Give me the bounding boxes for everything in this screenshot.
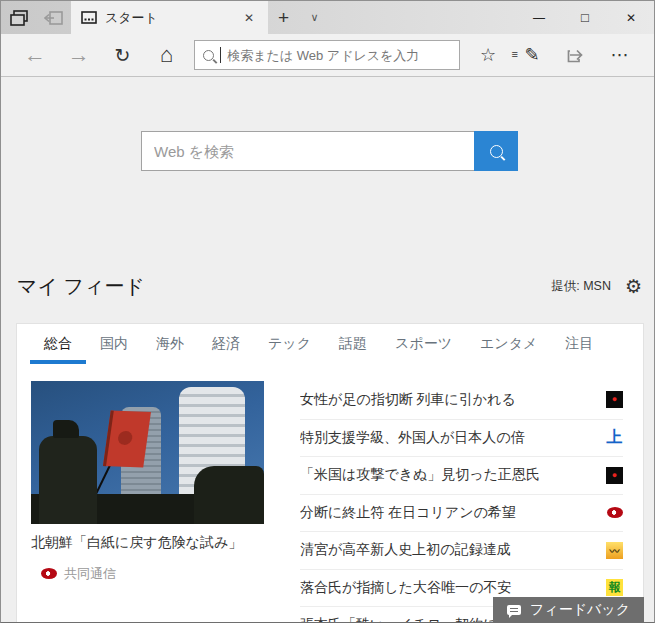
news-item[interactable]: 「米国は攻撃できぬ」見切った正恩氏● [300, 456, 623, 494]
window-minimize-button[interactable]: — [516, 1, 562, 34]
address-bar[interactable] [194, 40, 460, 70]
soldier-illustration [39, 436, 97, 524]
news-item[interactable]: 清宮が高卒新人史上初の記録達成〰 [300, 531, 623, 569]
feed-body: 北朝鮮「白紙に戻す危険な試み」 共同通信 女性が足の指切断 列車に引かれる●特別… [17, 364, 643, 623]
news-item[interactable]: 分断に終止符 在日コリアンの希望 [300, 494, 623, 532]
feed-tab-9[interactable]: 注目 [551, 324, 607, 364]
new-tab-button[interactable]: + [268, 1, 299, 34]
feed-tab-6[interactable]: 話題 [325, 324, 381, 364]
nikkan-sports-logo-icon: 〰 [606, 542, 623, 559]
news-item[interactable]: 特別支援学級、外国人が日本人の倍上 [300, 419, 623, 457]
text-caret [220, 47, 221, 63]
share-icon [567, 47, 585, 63]
window-close-button[interactable]: ✕ [608, 1, 654, 34]
search-icon [490, 145, 503, 158]
titlebar-drag-area [330, 1, 516, 34]
hub-favorites-button[interactable]: ☆≡ [466, 44, 510, 66]
refresh-button[interactable]: ↻ [101, 44, 145, 67]
web-search-button[interactable] [474, 131, 518, 171]
feed-tab-2[interactable]: 国内 [86, 324, 142, 364]
set-aside-tabs-button[interactable] [36, 1, 71, 34]
set-aside-tabs-icon [44, 11, 63, 25]
settings-more-button[interactable]: ⋯ [598, 44, 642, 66]
feed-tabs: 総合国内海外経済テック話題スポーツエンタメ注目 [17, 324, 643, 364]
feed-header: マイ フィード 提供: MSN ⚙ [17, 273, 642, 300]
news-headline: 分断に終止符 在日コリアンの希望 [300, 504, 597, 522]
flag-illustration [103, 411, 151, 468]
kyodo-news-logo-icon [41, 568, 57, 579]
feed-settings-gear-icon[interactable]: ⚙ [625, 277, 642, 296]
lead-story-source: 共同通信 [31, 565, 264, 583]
feedback-button[interactable]: フィードバック [493, 597, 644, 622]
feed-tab-5[interactable]: テック [254, 324, 325, 364]
news-headline: 「米国は攻撃できぬ」見切った正恩氏 [300, 466, 596, 484]
feed-tab-7[interactable]: スポーツ [381, 324, 466, 364]
forward-button[interactable]: → [57, 42, 101, 68]
tab-preview-button[interactable] [1, 1, 36, 34]
feedback-label: フィードバック [530, 601, 630, 619]
black-red-dot-logo-icon: ● [606, 467, 623, 484]
home-button[interactable]: ⌂ [144, 42, 188, 68]
navigation-toolbar: ← → ↻ ⌂ ☆≡ ✎ ⋯ [1, 34, 654, 77]
news-headline: 清宮が高卒新人史上初の記録達成 [300, 541, 596, 559]
web-search-box [141, 131, 518, 171]
feed-tab-8[interactable]: エンタメ [466, 324, 551, 364]
toolbar-right-group: ☆≡ ✎ ⋯ [466, 44, 642, 66]
feed-tab-1[interactable]: 総合 [30, 324, 86, 364]
kyodo-news-logo-icon [607, 507, 623, 518]
feed-tab-3[interactable]: 海外 [142, 324, 198, 364]
tab-list-dropdown-button[interactable]: ∨ [299, 1, 330, 34]
start-page-favicon [81, 11, 97, 24]
black-red-dot-logo-icon: ● [606, 391, 623, 408]
feed-provider-label: 提供: MSN [551, 278, 611, 295]
news-headline: 特別支援学級、外国人が日本人の倍 [300, 429, 596, 447]
news-list: 女性が足の指切断 列車に引かれる●特別支援学級、外国人が日本人の倍上「米国は攻撃… [300, 381, 623, 623]
speech-bubble-icon [507, 605, 521, 615]
start-page: マイ フィード 提供: MSN ⚙ 総合国内海外経済テック話題スポーツエンタメ注… [1, 77, 654, 623]
news-headline: 落合氏が指摘した大谷唯一の不安 [300, 579, 596, 597]
lead-story[interactable]: 北朝鮮「白紙に戻す危険な試み」 共同通信 [31, 381, 264, 623]
hochi-logo-icon: 報 [606, 579, 623, 596]
news-item[interactable]: 女性が足の指切断 列車に引かれる● [300, 381, 623, 419]
lead-story-headline[interactable]: 北朝鮮「白紙に戻す危険な試み」 [31, 533, 264, 552]
back-button[interactable]: ← [13, 42, 57, 68]
search-icon [203, 50, 214, 61]
web-note-button[interactable]: ✎ [510, 44, 554, 66]
tab-close-icon[interactable]: ✕ [238, 9, 260, 27]
window-maximize-button[interactable]: □ [562, 1, 608, 34]
news-headline: 女性が足の指切断 列車に引かれる [300, 391, 596, 409]
news-feed-panel: 総合国内海外経済テック話題スポーツエンタメ注目 北朝鮮「白紙に戻す危険な試み」 [16, 323, 644, 623]
source-name: 共同通信 [64, 565, 116, 583]
web-search-input[interactable] [141, 131, 474, 171]
share-button[interactable] [554, 44, 598, 66]
soldier-illustration [194, 466, 264, 524]
address-input[interactable] [227, 48, 451, 63]
tab-preview-icon [10, 10, 28, 26]
tab-strip: スタート ✕ + ∨ — □ ✕ [1, 1, 654, 34]
browser-window: スタート ✕ + ∨ — □ ✕ ← → ↻ ⌂ ☆≡ ✎ [0, 0, 655, 623]
feed-tab-4[interactable]: 経済 [198, 324, 254, 364]
lead-story-image [31, 381, 264, 524]
tab-start[interactable]: スタート ✕ [71, 1, 268, 34]
tab-title: スタート [105, 9, 230, 27]
ue-blue-logo-icon: 上 [606, 429, 623, 446]
feed-title: マイ フィード [17, 273, 145, 300]
